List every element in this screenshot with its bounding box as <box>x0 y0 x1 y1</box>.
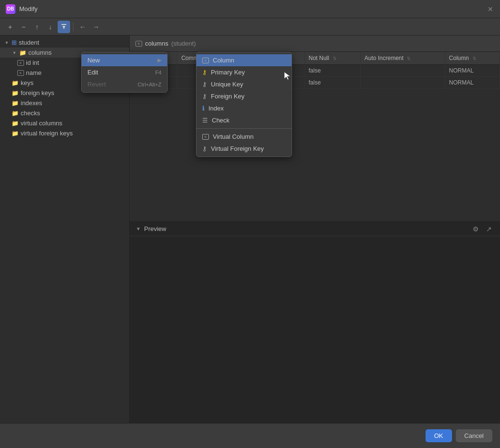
index-icon: ℹ <box>202 105 205 112</box>
submenu-item-foreign-key[interactable]: ⚷ Foreign Key <box>196 90 292 102</box>
submenu-primary-key-label: Primary Key <box>211 69 245 76</box>
submenu-item-virtual-col[interactable]: c Virtual Column <box>196 131 292 143</box>
submenu-item-virtual-fk[interactable]: ⚷ Virtual Foreign Key <box>196 143 292 155</box>
submenu-column-label: Column <box>213 57 234 64</box>
context-menu-new[interactable]: New ▶ <box>82 54 167 66</box>
menu-overlay[interactable]: New ▶ Edit F4 Revert Ctrl+Alt+Z c Column… <box>0 0 500 448</box>
check-icon: ☰ <box>202 117 208 124</box>
revert-label: Revert <box>87 81 106 88</box>
context-menu: New ▶ Edit F4 Revert Ctrl+Alt+Z <box>81 52 168 93</box>
submenu-arrow-icon: ▶ <box>158 57 161 63</box>
submenu-virtual-fk-label: Virtual Foreign Key <box>211 145 264 152</box>
edit-shortcut: F4 <box>155 70 161 75</box>
column-icon: c <box>202 58 209 63</box>
revert-shortcut: Ctrl+Alt+Z <box>137 82 161 87</box>
submenu-item-index[interactable]: ℹ Index <box>196 102 292 114</box>
unique-key-icon: ⚷ <box>202 81 207 88</box>
submenu-item-check[interactable]: ☰ Check <box>196 114 292 126</box>
submenu-item-primary-key[interactable]: ⚷ Primary Key <box>196 66 292 78</box>
context-menu-revert[interactable]: Revert Ctrl+Alt+Z <box>82 78 167 90</box>
virtual-col-icon: c <box>202 134 209 140</box>
submenu-check-label: Check <box>212 117 230 124</box>
key-icon: ⚷ <box>202 69 207 76</box>
submenu-item-unique-key[interactable]: ⚷ Unique Key <box>196 78 292 90</box>
edit-label: Edit <box>87 69 98 76</box>
submenu-index-label: Index <box>208 105 224 112</box>
new-submenu: c Column ⚷ Primary Key ⚷ Unique Key ⚷ Fo… <box>196 52 292 157</box>
submenu-item-column[interactable]: c Column <box>196 54 292 66</box>
modify-dialog: DB Modify ✕ + − ↑ ↓ ← → ▼ ⊞ student <box>0 0 500 448</box>
menu-separator <box>196 128 292 129</box>
context-menu-edit[interactable]: Edit F4 <box>82 66 167 78</box>
foreign-key-icon: ⚷ <box>202 93 207 100</box>
submenu-foreign-key-label: Foreign Key <box>211 93 244 100</box>
virtual-fk-icon: ⚷ <box>202 145 207 152</box>
submenu-virtual-col-label: Virtual Column <box>213 133 254 140</box>
submenu-unique-key-label: Unique Key <box>211 81 243 88</box>
new-label: New <box>87 57 100 64</box>
